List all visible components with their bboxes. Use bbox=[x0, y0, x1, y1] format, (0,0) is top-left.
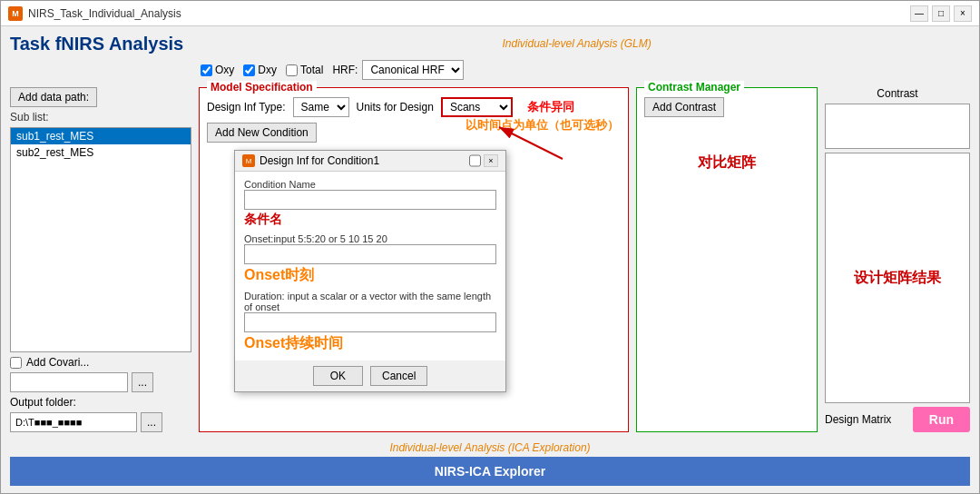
output-folder-label: Output folder: bbox=[10, 396, 191, 409]
model-spec-title: Model Specification bbox=[207, 81, 317, 94]
titlebar-left: M NIRS_Task_Individual_Analysis bbox=[8, 6, 181, 21]
dialog-checkbox[interactable] bbox=[469, 154, 481, 167]
output-browse-button[interactable]: ... bbox=[141, 412, 162, 432]
titlebar-controls: — □ × bbox=[910, 5, 972, 22]
add-covari-checkbox[interactable] bbox=[10, 357, 22, 369]
dxy-checkbox[interactable] bbox=[243, 64, 255, 76]
output-path-input[interactable] bbox=[10, 412, 137, 432]
checkbox-group: Oxy Dxy Total bbox=[201, 64, 323, 76]
dialog-titlebar: M Design Inf for Condition1 × bbox=[235, 151, 505, 172]
titlebar: M NIRS_Task_Individual_Analysis — □ × bbox=[1, 1, 979, 26]
ok-button[interactable]: OK bbox=[313, 366, 363, 386]
onset-input[interactable] bbox=[244, 244, 496, 264]
contrast-panel: Contrast Manager Add Contrast 对比矩阵 bbox=[636, 87, 818, 432]
design-matrix-footer: Design Matrix Run bbox=[825, 407, 970, 432]
onset-label: Onset:input 5:5:20 or 5 10 15 20 bbox=[244, 233, 496, 244]
browse-button[interactable]: ... bbox=[132, 372, 153, 392]
hrf-select[interactable]: Canonical HRF bbox=[362, 60, 464, 80]
duration-field: Duration: input a scalar or a vector wit… bbox=[244, 291, 496, 353]
add-condition-button[interactable]: Add New Condition bbox=[207, 123, 317, 143]
add-contrast-button[interactable]: Add Contrast bbox=[644, 97, 724, 117]
contrast-box bbox=[825, 104, 970, 149]
ica-explorer-button[interactable]: NIRS-ICA Explorer bbox=[10, 457, 970, 486]
add-covari-label: Add Covari... bbox=[26, 356, 89, 369]
sub-list: sub1_rest_MES sub2_rest_MES bbox=[10, 127, 191, 352]
oxy-checkbox[interactable] bbox=[201, 64, 212, 76]
ica-label: Individual-level Analysis (ICA Explorati… bbox=[10, 441, 970, 454]
duration-input[interactable] bbox=[244, 312, 496, 332]
design-inf-label: Design Inf Type: bbox=[207, 101, 286, 114]
units-annotation: 以时间点为单位（也可选秒） bbox=[466, 117, 619, 133]
design-matrix-text: 设计矩阵结果 bbox=[854, 269, 941, 288]
condition-name-annotation: 条件名 bbox=[244, 212, 496, 228]
dialog-close-button[interactable]: × bbox=[484, 154, 498, 167]
dxy-label: Dxy bbox=[258, 64, 277, 76]
top-row: Oxy Dxy Total HRF: Canonical HRF bbox=[10, 60, 970, 80]
run-button[interactable]: Run bbox=[913, 407, 970, 432]
contrast-label: Contrast bbox=[825, 87, 970, 100]
left-panel: Add data path: Sub list: sub1_rest_MES s… bbox=[10, 87, 191, 432]
close-button[interactable]: × bbox=[954, 5, 972, 22]
hrf-label: HRF: bbox=[332, 64, 358, 76]
design-matrix-label: Design Matrix bbox=[825, 413, 891, 426]
design-inf-select[interactable]: Same bbox=[293, 97, 349, 117]
dialog-icon: M bbox=[242, 154, 255, 167]
add-covari-row: Add Covari... bbox=[10, 356, 191, 369]
sub-list-item-1[interactable]: sub2_rest_MES bbox=[11, 144, 191, 161]
app-icon: M bbox=[8, 6, 23, 21]
right-panel: Contrast 设计矩阵结果 Design Matrix Run bbox=[825, 87, 970, 432]
condition-dialog: M Design Inf for Condition1 × Condition … bbox=[234, 150, 506, 392]
contrast-matrix-label: 对比矩阵 bbox=[644, 153, 809, 173]
model-spec-row: Design Inf Type: Same Units for Design S… bbox=[207, 97, 621, 117]
oxy-checkbox-item: Oxy bbox=[201, 64, 234, 76]
bottom-section: Individual-level Analysis (ICA Explorati… bbox=[10, 441, 970, 486]
middle-panel: Model Specification Design Inf Type: Sam… bbox=[199, 87, 629, 432]
annotation-same: 条件异同 bbox=[527, 99, 574, 115]
contrast-manager-box: Contrast Manager Add Contrast 对比矩阵 bbox=[636, 87, 818, 432]
condition-name-input[interactable] bbox=[244, 190, 496, 210]
covari-input-row: ... bbox=[10, 372, 191, 392]
units-label: Units for Design bbox=[357, 101, 434, 114]
total-label: Total bbox=[300, 64, 323, 76]
design-matrix-box: 设计矩阵结果 bbox=[825, 153, 970, 403]
condition-name-label: Condition Name bbox=[244, 179, 496, 190]
covari-input[interactable] bbox=[10, 372, 128, 392]
dialog-controls: × bbox=[469, 154, 498, 167]
dialog-body: Condition Name 条件名 Onset:input 5:5:20 or… bbox=[235, 172, 505, 361]
app-title: Task fNIRS Analysis bbox=[10, 34, 183, 54]
dxy-checkbox-item: Dxy bbox=[243, 64, 277, 76]
duration-label: Duration: input a scalar or a vector wit… bbox=[244, 291, 496, 312]
units-select[interactable]: Scans Seconds bbox=[441, 97, 513, 117]
condition-name-field: Condition Name 条件名 bbox=[244, 179, 496, 228]
oxy-label: Oxy bbox=[215, 64, 234, 76]
maximize-button[interactable]: □ bbox=[932, 5, 950, 22]
glm-section-label: Individual-level Analysis (GLM) bbox=[502, 37, 651, 50]
add-data-button[interactable]: Add data path: bbox=[10, 87, 97, 107]
titlebar-title: NIRS_Task_Individual_Analysis bbox=[28, 7, 181, 20]
sub-list-item-0[interactable]: sub1_rest_MES bbox=[11, 128, 191, 144]
duration-annotation: Onset持续时间 bbox=[244, 334, 496, 353]
dialog-footer: OK Cancel bbox=[235, 361, 505, 391]
total-checkbox-item: Total bbox=[286, 64, 323, 76]
onset-annotation: Onset时刻 bbox=[244, 266, 496, 285]
cancel-button[interactable]: Cancel bbox=[370, 366, 427, 386]
dialog-title: Design Inf for Condition1 bbox=[260, 154, 379, 167]
dialog-titlebar-left: M Design Inf for Condition1 bbox=[242, 154, 379, 167]
model-spec-box: Model Specification Design Inf Type: Sam… bbox=[199, 87, 629, 432]
minimize-button[interactable]: — bbox=[910, 5, 928, 22]
main-content: Task fNIRS Analysis Individual-level Ana… bbox=[1, 26, 979, 493]
hrf-group: HRF: Canonical HRF bbox=[332, 60, 464, 80]
main-panel: Add data path: Sub list: sub1_rest_MES s… bbox=[10, 87, 970, 432]
output-path-row: ... bbox=[10, 412, 191, 432]
main-window: M NIRS_Task_Individual_Analysis — □ × Ta… bbox=[0, 0, 980, 494]
sub-list-label: Sub list: bbox=[10, 111, 191, 124]
onset-field: Onset:input 5:5:20 or 5 10 15 20 Onset时刻 bbox=[244, 233, 496, 285]
total-checkbox[interactable] bbox=[286, 64, 298, 76]
contrast-manager-title: Contrast Manager bbox=[644, 81, 744, 94]
